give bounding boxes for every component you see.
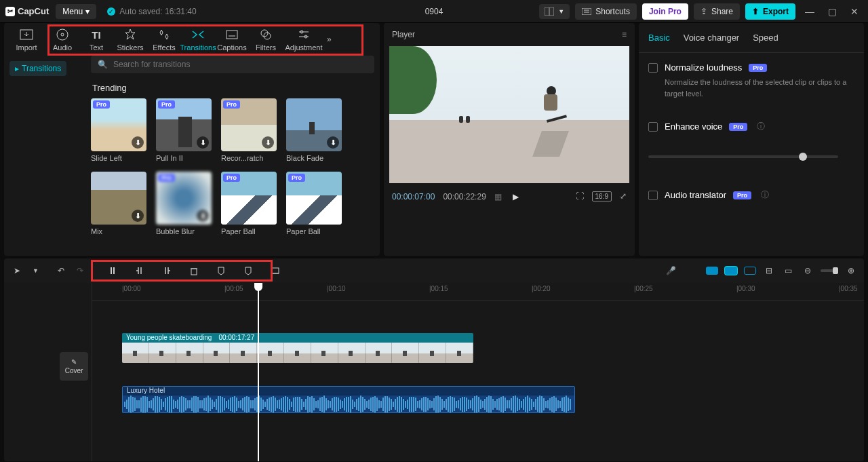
- card-label: Black Fade: [286, 154, 342, 162]
- minimize-button[interactable]: —: [801, 6, 818, 17]
- close-button[interactable]: ✕: [846, 6, 863, 17]
- player-preview[interactable]: [389, 46, 629, 183]
- download-icon[interactable]: ⬇: [132, 136, 144, 149]
- timeline-main[interactable]: |00:00 |00:05 |00:10 |00:15 |00:20 |00:2…: [92, 283, 864, 461]
- transition-card[interactable]: Pro⬇Pull In II: [156, 98, 212, 162]
- checkbox-enhance[interactable]: [648, 122, 658, 132]
- pro-badge: Pro: [93, 100, 110, 109]
- tab-basic[interactable]: Basic: [648, 33, 670, 43]
- share-button[interactable]: ⇪ Share: [694, 3, 740, 20]
- zoom-out-button[interactable]: ⊖: [802, 263, 814, 278]
- play-button[interactable]: ▶: [513, 192, 519, 201]
- zoom-in-button[interactable]: ⊕: [845, 263, 857, 278]
- freeze-tool[interactable]: [268, 263, 283, 278]
- download-icon[interactable]: ⬇: [327, 136, 339, 149]
- media-content: 🔍 Trending Pro⬇Slide Left Pro⬇Pull In II…: [85, 56, 380, 256]
- download-icon[interactable]: ⬇: [197, 136, 209, 149]
- ruler-label: 00:05: [226, 285, 243, 292]
- zoom-slider[interactable]: [821, 269, 838, 272]
- tab-import[interactable]: Import: [9, 27, 43, 52]
- download-icon[interactable]: ⬇: [327, 210, 339, 222]
- download-icon[interactable]: ⬇: [262, 136, 274, 149]
- transition-card[interactable]: Pro⬇Paper Ball: [221, 172, 277, 235]
- transition-card[interactable]: ⬇Black Fade: [286, 98, 342, 162]
- tab-transitions[interactable]: Transitions: [182, 27, 214, 52]
- tab-label: Stickers: [117, 43, 143, 52]
- search-input[interactable]: [113, 60, 368, 69]
- tabs-overflow-button[interactable]: »: [327, 35, 332, 44]
- player-menu-button[interactable]: ≡: [622, 30, 627, 39]
- tab-voice-changer[interactable]: Voice changer: [684, 33, 739, 43]
- tab-text[interactable]: TI Text: [80, 27, 113, 52]
- maximize-button[interactable]: ▢: [824, 6, 841, 17]
- export-button[interactable]: ⬆ Export: [745, 3, 795, 20]
- sidebar-item-transitions[interactable]: ▸ Transitions: [9, 61, 66, 76]
- pointer-tool[interactable]: ➤: [11, 263, 23, 278]
- aspect-ratio[interactable]: 16:9: [592, 191, 612, 201]
- delete-tool[interactable]: [186, 263, 201, 278]
- shortcuts-button[interactable]: Shortcuts: [575, 3, 637, 20]
- info-icon[interactable]: ⓘ: [761, 189, 769, 201]
- transition-card[interactable]: Pro⬇Slide Left: [91, 98, 146, 162]
- video-clip[interactable]: Young people skateboarding 00:00:17:27: [122, 333, 473, 363]
- split-right-tool[interactable]: [159, 263, 174, 278]
- join-pro-button[interactable]: Join Pro: [642, 3, 688, 20]
- pro-badge: Pro: [223, 174, 240, 182]
- compare-icon[interactable]: ▦: [494, 192, 502, 201]
- split-left-tool[interactable]: [132, 263, 147, 278]
- playhead[interactable]: [258, 283, 259, 461]
- snap-toggle[interactable]: ⊟: [763, 263, 775, 278]
- transition-card[interactable]: Pro⬇Bubble Blur: [156, 172, 212, 235]
- pro-badge: Pro: [288, 174, 305, 182]
- tab-adjustment[interactable]: Adjustment: [283, 27, 324, 52]
- chevron-down-icon: ▼: [558, 8, 564, 15]
- project-name[interactable]: 0904: [425, 7, 443, 16]
- download-icon[interactable]: ⬇: [132, 210, 144, 222]
- tab-filters[interactable]: Filters: [250, 27, 282, 52]
- checkbox-translator[interactable]: [648, 191, 658, 200]
- player-controls: 00:00:07:00 00:00:22:29 ▦ ▶ ⛶ 16:9 ⤢: [384, 183, 635, 208]
- marker-in-tool[interactable]: [214, 263, 229, 278]
- slider-knob[interactable]: [799, 153, 807, 161]
- marker-out-tool[interactable]: [241, 263, 256, 278]
- link-toggle[interactable]: [744, 267, 756, 275]
- transition-card[interactable]: Pro⬇Recor...ratch: [221, 98, 277, 162]
- tab-stickers[interactable]: Stickers: [114, 27, 146, 52]
- layout-button[interactable]: ▼: [539, 4, 570, 19]
- split-tool[interactable]: [105, 263, 120, 278]
- download-icon[interactable]: ⬇: [197, 210, 209, 222]
- media-body: ▸ Transitions 🔍 Trending Pro⬇Slide Left …: [4, 56, 380, 256]
- magnet-track-toggle[interactable]: [725, 267, 737, 275]
- undo-button[interactable]: ↶: [55, 263, 67, 278]
- magnet-main-toggle[interactable]: [706, 267, 718, 275]
- video-track-header: [8, 358, 18, 396]
- opt-label: Normalize loudness: [665, 62, 742, 73]
- menu-button[interactable]: Menu ▾: [56, 4, 96, 19]
- cover-button[interactable]: ✎ Cover: [60, 352, 88, 381]
- tab-speed[interactable]: Speed: [753, 33, 778, 43]
- cover-label: Cover: [65, 367, 83, 374]
- transition-card[interactable]: ⬇Mix: [91, 172, 146, 235]
- checkbox-normalize[interactable]: [648, 63, 658, 73]
- timeline-ruler[interactable]: |00:00 |00:05 |00:10 |00:15 |00:20 |00:2…: [92, 283, 864, 301]
- download-icon[interactable]: ⬇: [262, 210, 274, 222]
- enhance-slider[interactable]: [648, 155, 838, 158]
- option-enhance: Enhance voice Pro ⓘ: [648, 121, 854, 132]
- pointer-dropdown[interactable]: ▼: [30, 265, 41, 277]
- sidebar-label: Transitions: [22, 64, 61, 73]
- crop-icon[interactable]: ⛶: [576, 191, 584, 201]
- tab-effects[interactable]: Effects: [148, 27, 180, 52]
- redo-button[interactable]: ↷: [74, 263, 86, 278]
- tab-captions[interactable]: Captions: [216, 27, 248, 52]
- svg-rect-18: [272, 268, 279, 273]
- audio-clip[interactable]: Luxury Hotel: [122, 386, 575, 413]
- transition-card[interactable]: Pro⬇Paper Ball: [286, 172, 342, 235]
- ruler-label: 00:30: [738, 285, 755, 292]
- fullscreen-icon[interactable]: ⤢: [620, 191, 627, 201]
- preview-toggle[interactable]: ▭: [782, 263, 795, 278]
- search-bar[interactable]: 🔍: [91, 56, 374, 73]
- info-icon[interactable]: ⓘ: [757, 121, 765, 132]
- mic-button[interactable]: 🎤: [663, 263, 679, 278]
- tab-audio[interactable]: Audio: [46, 27, 79, 52]
- effects-icon: [157, 27, 172, 42]
